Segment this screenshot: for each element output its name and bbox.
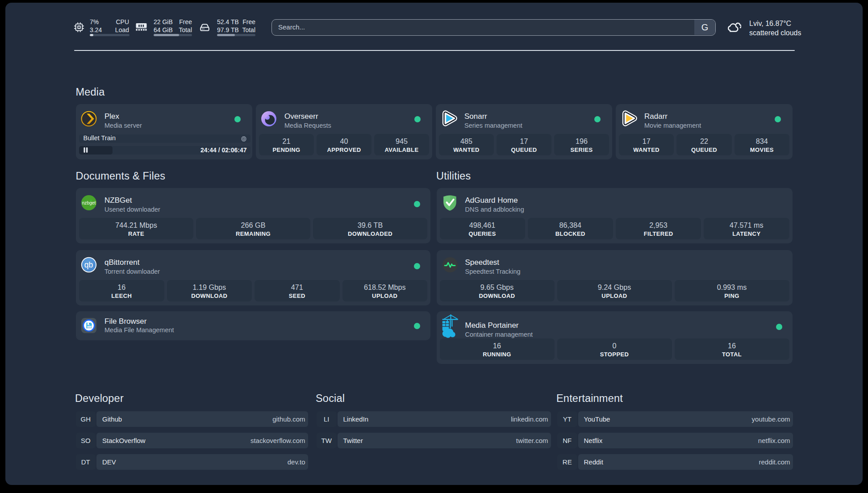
svg-text:nzbget: nzbget xyxy=(82,201,96,205)
svg-text:qb: qb xyxy=(84,260,93,269)
